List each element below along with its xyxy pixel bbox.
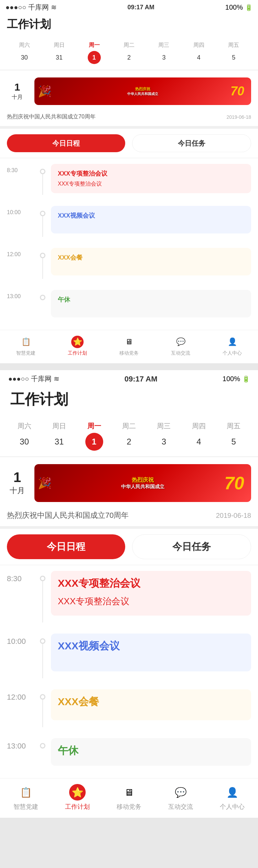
event-card-1300-1[interactable]: 午休 bbox=[51, 290, 251, 317]
day-label-fri-2: 周五 bbox=[227, 421, 240, 431]
event-title-1000-1: XXX视频会议 bbox=[58, 211, 244, 220]
day-friday-1[interactable]: 周五 5 bbox=[227, 42, 240, 64]
tab-tasks-1[interactable]: 今日任务 bbox=[132, 134, 251, 152]
dot-col-830-2 bbox=[40, 571, 45, 623]
news-caption-2: 热烈庆祝中国人民共和国成立70周年 2019-06-18 bbox=[0, 508, 258, 529]
day-num-fri-1: 5 bbox=[227, 51, 240, 64]
day-wednesday-1[interactable]: 周三 3 bbox=[157, 42, 170, 64]
day-saturday-1[interactable]: 周六 30 bbox=[18, 42, 31, 64]
day-num-sat-2: 30 bbox=[15, 433, 33, 451]
day-num-wed-2: 3 bbox=[155, 433, 173, 451]
mobile-party-icon-2: 🖥 bbox=[121, 784, 137, 801]
app-header-2: 工作计划 bbox=[0, 386, 258, 416]
day-wednesday-2[interactable]: 周三 3 bbox=[155, 421, 173, 451]
day-monday-2[interactable]: 周一 1 bbox=[85, 421, 103, 451]
day-thursday-1[interactable]: 周四 4 bbox=[192, 42, 205, 64]
day-num-sat-1: 30 bbox=[18, 51, 31, 64]
schedule-item-1300-1: 13:00 午休 bbox=[0, 284, 258, 323]
day-num-wed-1: 3 bbox=[157, 51, 170, 64]
time-1000-1: 10:00 bbox=[7, 206, 34, 216]
calendar-week-2[interactable]: 周六 30 周日 31 周一 1 周二 2 周三 3 周四 4 周五 5 bbox=[0, 416, 258, 457]
nav-label-party-2: 智慧党建 bbox=[13, 803, 38, 811]
time-display-2: 09:17 AM bbox=[125, 375, 158, 384]
phone-screen-2: ●●●○○ 千库网 ≋ 09:17 AM 100% 🔋 工作计划 周六 30 周… bbox=[0, 370, 258, 818]
time-830-1: 8:30 bbox=[7, 164, 34, 174]
nav-item-work-plan-2[interactable]: ⭐ 工作计划 bbox=[60, 784, 95, 811]
date-day-2: 1 bbox=[13, 470, 21, 484]
banner-subheadline-1: 中华人民共和国成立 bbox=[127, 92, 158, 96]
event-card-1300-2[interactable]: 午休 bbox=[51, 738, 251, 766]
dot-col-1200-1 bbox=[40, 248, 45, 279]
nav-label-profile-1: 个人中心 bbox=[223, 350, 242, 356]
tab-tasks-2[interactable]: 今日任务 bbox=[132, 534, 251, 559]
day-num-tue-2: 2 bbox=[120, 433, 138, 451]
date-month-1: 十月 bbox=[12, 94, 23, 101]
event-card-830-1[interactable]: XXX专项整治会议 XXX专项整治会议 bbox=[51, 164, 251, 193]
timeline-dot-6 bbox=[40, 638, 45, 644]
calendar-week-1[interactable]: 周六 30 周日 31 周一 1 周二 2 周三 3 周四 4 周五 5 bbox=[0, 36, 258, 70]
day-tuesday-2[interactable]: 周二 2 bbox=[120, 421, 138, 451]
nav-item-party-build-1[interactable]: 📋 智慧党建 bbox=[9, 336, 43, 356]
timeline-dot-5 bbox=[40, 576, 45, 581]
day-label-fri-1: 周五 bbox=[228, 42, 239, 49]
timeline-line-7 bbox=[42, 700, 43, 727]
day-num-thu-2: 4 bbox=[190, 433, 208, 451]
day-num-mon-2: 1 bbox=[85, 433, 103, 451]
day-friday-2[interactable]: 周五 5 bbox=[225, 421, 243, 451]
day-thursday-2[interactable]: 周四 4 bbox=[190, 421, 208, 451]
day-monday-1[interactable]: 周一 1 bbox=[88, 42, 101, 64]
event-card-1000-1[interactable]: XXX视频会议 bbox=[51, 206, 251, 233]
dot-col-1300-1 bbox=[40, 290, 45, 300]
event-title-1300-1: 午休 bbox=[58, 295, 244, 304]
nav-item-interact-2[interactable]: 💬 互动交流 bbox=[163, 784, 198, 811]
nav-item-party-build-2[interactable]: 📋 智慧党建 bbox=[9, 784, 43, 811]
news-date-2: 2019-06-18 bbox=[216, 512, 251, 520]
day-sunday-2[interactable]: 周日 31 bbox=[50, 421, 68, 451]
time-1200-2: 12:00 bbox=[7, 689, 34, 702]
date-display-2: 1 十月 bbox=[7, 470, 28, 496]
dot-col-1300-2 bbox=[40, 738, 45, 749]
event-card-830-2[interactable]: XXX专项整治会议 XXX专项整治会议 bbox=[51, 571, 251, 616]
nav-item-work-plan-1[interactable]: ⭐ 工作计划 bbox=[60, 336, 95, 356]
work-plan-icon-2: ⭐ bbox=[69, 784, 86, 801]
day-label-mon-1: 周一 bbox=[89, 42, 100, 49]
date-display-1: 1 十月 bbox=[7, 82, 28, 101]
day-label-tue-2: 周二 bbox=[122, 421, 136, 431]
interact-icon-1: 💬 bbox=[174, 336, 187, 348]
schedule-area-1: 8:30 XXX专项整治会议 XXX专项整治会议 10:00 XXX视频会议 1… bbox=[0, 158, 258, 330]
timeline-dot-2 bbox=[40, 211, 45, 216]
status-bar-1: ●●●○○ 千库网 ≋ 09:17 AM 100% 🔋 bbox=[0, 0, 258, 14]
celebration-banner-2[interactable]: 🎉 热烈庆祝 中华人民共和国成立 70 bbox=[34, 464, 251, 502]
carrier-signal-1: ●●●○○ 千库网 ≋ bbox=[6, 3, 57, 12]
date-day-1: 1 bbox=[14, 82, 20, 92]
nav-label-mobile-2: 移动党务 bbox=[117, 803, 141, 811]
nav-label-interact-1: 互动交流 bbox=[171, 350, 190, 356]
banner-70-num-1: 70 bbox=[230, 85, 244, 97]
profile-icon-2: 👤 bbox=[224, 784, 240, 801]
nav-item-profile-1[interactable]: 👤 个人中心 bbox=[215, 336, 249, 356]
event-card-1200-1[interactable]: XXX会餐 bbox=[51, 248, 251, 275]
timeline-line-6 bbox=[42, 644, 43, 678]
nav-label-interact-2: 互动交流 bbox=[168, 803, 193, 811]
nav-item-profile-2[interactable]: 👤 个人中心 bbox=[215, 784, 249, 811]
battery-icon-2: 🔋 bbox=[242, 375, 250, 383]
nav-item-interact-1[interactable]: 💬 互动交流 bbox=[163, 336, 198, 356]
day-sunday-1[interactable]: 周日 31 bbox=[53, 42, 66, 64]
event-card-1000-2[interactable]: XXX视频会议 bbox=[51, 634, 251, 671]
nav-item-mobile-party-1[interactable]: 🖥 移动党务 bbox=[112, 336, 146, 356]
dot-col-1000-2 bbox=[40, 634, 45, 678]
timeline-line-3 bbox=[42, 258, 43, 279]
banner-headline-1: 热烈庆祝 bbox=[135, 86, 150, 92]
day-tuesday-1[interactable]: 周二 2 bbox=[122, 42, 136, 64]
event-card-1200-2[interactable]: XXX会餐 bbox=[51, 689, 251, 720]
tab-schedule-2[interactable]: 今日日程 bbox=[7, 534, 125, 559]
dot-col-830-1 bbox=[40, 164, 45, 195]
celebration-banner-1[interactable]: 🎉 热烈庆祝 中华人民共和国成立 70 bbox=[34, 77, 251, 105]
timeline-line-5 bbox=[42, 581, 43, 623]
tab-schedule-1[interactable]: 今日日程 bbox=[7, 134, 125, 152]
time-1000-2: 10:00 bbox=[7, 634, 34, 646]
nav-item-mobile-party-2[interactable]: 🖥 移动党务 bbox=[112, 784, 146, 811]
day-label-sun-1: 周日 bbox=[54, 42, 65, 49]
nav-label-profile-2: 个人中心 bbox=[220, 803, 245, 811]
day-saturday-2[interactable]: 周六 30 bbox=[15, 421, 33, 451]
